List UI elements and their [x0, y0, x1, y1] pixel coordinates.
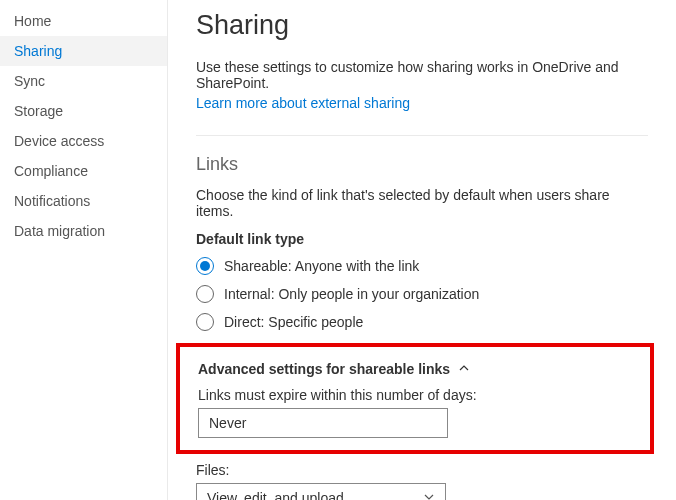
learn-more-link[interactable]: Learn more about external sharing	[196, 95, 410, 111]
radio-icon	[196, 285, 214, 303]
sidebar-item-compliance[interactable]: Compliance	[0, 156, 167, 186]
radio-shareable[interactable]: Shareable: Anyone with the link	[196, 257, 648, 275]
select-value: View, edit, and upload	[207, 490, 344, 500]
highlight-annotation: Advanced settings for shareable links Li…	[176, 343, 654, 454]
radio-internal[interactable]: Internal: Only people in your organizati…	[196, 285, 648, 303]
files-permission-select[interactable]: View, edit, and upload	[196, 483, 446, 500]
expire-days-input[interactable]	[198, 408, 448, 438]
sidebar-item-storage[interactable]: Storage	[0, 96, 167, 126]
radio-label: Direct: Specific people	[224, 314, 363, 330]
default-link-type-radio-group: Shareable: Anyone with the link Internal…	[196, 257, 648, 331]
page-title: Sharing	[196, 10, 648, 41]
expire-label: Links must expire within this number of …	[198, 387, 632, 403]
sidebar-item-sharing[interactable]: Sharing	[0, 36, 167, 66]
intro-text: Use these settings to customize how shar…	[196, 59, 648, 91]
sidebar-item-home[interactable]: Home	[0, 6, 167, 36]
files-label: Files:	[196, 462, 648, 478]
radio-label: Shareable: Anyone with the link	[224, 258, 419, 274]
links-section-title: Links	[196, 154, 648, 175]
radio-direct[interactable]: Direct: Specific people	[196, 313, 648, 331]
links-section-desc: Choose the kind of link that's selected …	[196, 187, 648, 219]
default-link-type-label: Default link type	[196, 231, 648, 247]
radio-label: Internal: Only people in your organizati…	[224, 286, 479, 302]
sidebar-item-device-access[interactable]: Device access	[0, 126, 167, 156]
radio-icon	[196, 257, 214, 275]
advanced-toggle-label: Advanced settings for shareable links	[198, 361, 450, 377]
radio-icon	[196, 313, 214, 331]
advanced-settings-toggle[interactable]: Advanced settings for shareable links	[198, 361, 632, 377]
files-block: Files: View, edit, and upload	[196, 462, 648, 500]
chevron-down-icon	[423, 490, 435, 500]
sidebar-item-data-migration[interactable]: Data migration	[0, 216, 167, 246]
sidebar-item-sync[interactable]: Sync	[0, 66, 167, 96]
chevron-up-icon	[458, 361, 470, 377]
settings-sidebar: Home Sharing Sync Storage Device access …	[0, 0, 168, 500]
section-divider	[196, 135, 648, 136]
main-content: Sharing Use these settings to customize …	[168, 0, 676, 500]
sidebar-item-notifications[interactable]: Notifications	[0, 186, 167, 216]
